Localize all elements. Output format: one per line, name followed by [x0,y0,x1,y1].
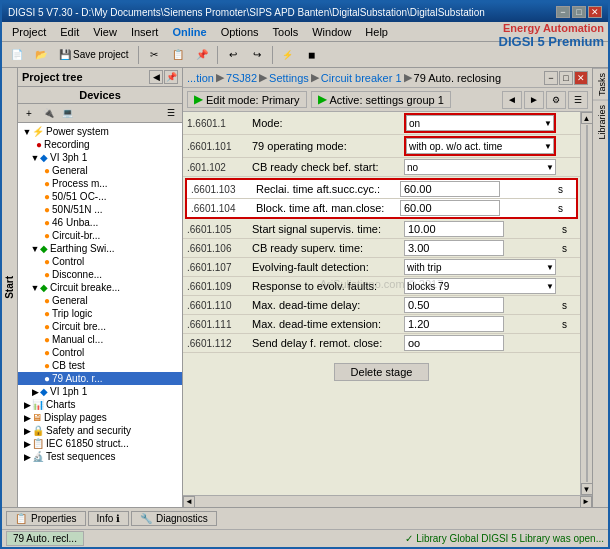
minimize-button[interactable]: − [556,6,570,18]
79mode-select[interactable]: with op. w/o act. time with op. with act… [406,138,554,154]
breadcrumb-min-btn[interactable]: − [544,71,558,85]
paste-button[interactable]: 📌 [191,45,213,65]
response-select[interactable]: blocks 79 resets 79 [404,278,556,294]
active-settings-button[interactable]: ▶ Active: settings group 1 [311,91,451,108]
tree-item-display-pages[interactable]: ▶ 🖥 Display pages [18,411,182,424]
maximize-button[interactable]: □ [572,6,586,18]
breadcrumb-1[interactable]: ...tion [187,72,214,84]
tree-item-power-system[interactable]: ▼ ⚡ Power system [18,125,182,138]
tab-libraries[interactable]: Libraries [593,100,608,144]
close-button[interactable]: ✕ [588,6,602,18]
menu-options[interactable]: Options [215,24,265,40]
tree-item-general[interactable]: ● General [18,164,182,177]
tree-item-general2[interactable]: ● General [18,294,182,307]
undo-button[interactable]: ↩ [222,45,244,65]
expand-icon-display[interactable]: ▶ [22,413,32,423]
menu-edit[interactable]: Edit [54,24,85,40]
tree-item-control2[interactable]: ● Control [18,346,182,359]
tree-item-earthing-swi[interactable]: ▼ ◆ Earthing Swi... [18,242,182,255]
breadcrumb-4[interactable]: Circuit breaker 1 [321,72,402,84]
reclai-input[interactable] [400,181,500,197]
nav-right-button[interactable]: ► [524,91,544,109]
copy-button[interactable]: 📋 [167,45,189,65]
evolving-select[interactable]: with trip without trip [404,259,556,275]
info-tab[interactable]: Info ℹ [88,511,129,526]
tree-item-5051oc[interactable]: ● 50/51 OC-... [18,190,182,203]
expand-icon-iec61850[interactable]: ▶ [22,439,32,449]
delete-stage-button[interactable]: Delete stage [334,363,430,381]
menu-help[interactable]: Help [359,24,394,40]
tree-network-button[interactable]: 🔌 [39,105,57,121]
start-signal-input[interactable] [404,221,504,237]
breadcrumb-3[interactable]: Settings [269,72,309,84]
properties-tab[interactable]: 📋 Properties [6,511,86,526]
scroll-down-button[interactable]: ▼ [581,483,593,495]
expand-icon-circuit-breake[interactable]: ▼ [30,283,40,293]
tree-collapse-button[interactable]: ◀ [149,70,163,84]
expand-icon-test-seq[interactable]: ▶ [22,452,32,462]
redo-button[interactable]: ↪ [246,45,268,65]
new-project-button[interactable]: 📄 [6,45,28,65]
mode-select[interactable]: on off [406,115,554,131]
tree-item-manual-cl[interactable]: ● Manual cl... [18,333,182,346]
tree-item-46unba[interactable]: ● 46 Unba... [18,216,182,229]
tree-item-control[interactable]: ● Control [18,255,182,268]
tree-item-vi3ph1[interactable]: ▼ ◆ VI 3ph 1 [18,151,182,164]
menu-insert[interactable]: Insert [125,24,165,40]
expand-icon-vi3ph1[interactable]: ▼ [30,153,40,163]
expand-icon-charts[interactable]: ▶ [22,400,32,410]
menu-project[interactable]: Project [6,24,52,40]
expand-icon-power-system[interactable]: ▼ [22,127,32,137]
menu-tools[interactable]: Tools [267,24,305,40]
menu-view[interactable]: View [87,24,123,40]
tree-pin-button[interactable]: 📌 [164,70,178,84]
send-delay-input[interactable] [404,335,504,351]
max-delay-input[interactable] [404,297,504,313]
diagnostics-tab[interactable]: 🔧 Diagnostics [131,511,217,526]
tree-device-button[interactable]: 💻 [58,105,76,121]
nav-left-button[interactable]: ◄ [502,91,522,109]
menu-online[interactable]: Online [166,24,212,40]
start-tab[interactable]: Start [2,68,18,507]
expand-icon-vi1ph1[interactable]: ▶ [30,387,40,397]
tree-detail-button[interactable]: ☰ [162,105,180,121]
taskbar-item[interactable]: 79 Auto. recl... [6,531,84,546]
tree-item-disconne[interactable]: ● Disconne... [18,268,182,281]
scroll-left-button[interactable]: ◄ [183,496,195,508]
tree-item-circuit-br[interactable]: ● Circuit-br... [18,229,182,242]
tree-item-process-m[interactable]: ● Process m... [18,177,182,190]
tree-item-test-sequences[interactable]: ▶ 🔬 Test sequences [18,450,182,463]
nav-list-button[interactable]: ☰ [568,91,588,109]
tree-item-circuit-breake[interactable]: ▼ ◆ Circuit breake... [18,281,182,294]
save-button[interactable]: 💾 Save project [54,45,134,65]
block-input[interactable] [400,200,500,216]
offline-button[interactable]: ◼ [301,45,323,65]
scroll-right-button[interactable]: ► [580,496,592,508]
tree-item-iec61850[interactable]: ▶ 📋 IEC 61850 struct... [18,437,182,450]
scroll-thumb[interactable] [586,125,588,482]
expand-icon-earthing[interactable]: ▼ [30,244,40,254]
breadcrumb-2[interactable]: 7SJ82 [226,72,257,84]
breadcrumb-max-btn[interactable]: □ [559,71,573,85]
open-button[interactable]: 📂 [30,45,52,65]
tree-item-circuit-bre[interactable]: ● Circuit bre... [18,320,182,333]
breadcrumb-close-btn[interactable]: ✕ [574,71,588,85]
menu-window[interactable]: Window [306,24,357,40]
cut-button[interactable]: ✂ [143,45,165,65]
h-scroll-track[interactable] [195,497,580,507]
tree-item-cb-test[interactable]: ● CB test [18,359,182,372]
tree-item-charts[interactable]: ▶ 📊 Charts [18,398,182,411]
max-ext-input[interactable] [404,316,504,332]
tree-add-button[interactable]: + [20,105,38,121]
tree-item-50n51n[interactable]: ● 50N/51N ... [18,203,182,216]
expand-icon-safety[interactable]: ▶ [22,426,32,436]
cb-superv-input[interactable] [404,240,504,256]
online-button[interactable]: ⚡ [277,45,299,65]
tree-item-trip-logic[interactable]: ● Trip logic [18,307,182,320]
nav-settings-button[interactable]: ⚙ [546,91,566,109]
tree-item-recording[interactable]: ● Recording [18,138,182,151]
tree-item-79-auto-r[interactable]: ● 79 Auto. r... [18,372,182,385]
scroll-up-button[interactable]: ▲ [581,112,593,124]
tree-item-vi1ph1[interactable]: ▶ ◆ VI 1ph 1 [18,385,182,398]
edit-mode-button[interactable]: ▶ Edit mode: Primary [187,91,307,108]
